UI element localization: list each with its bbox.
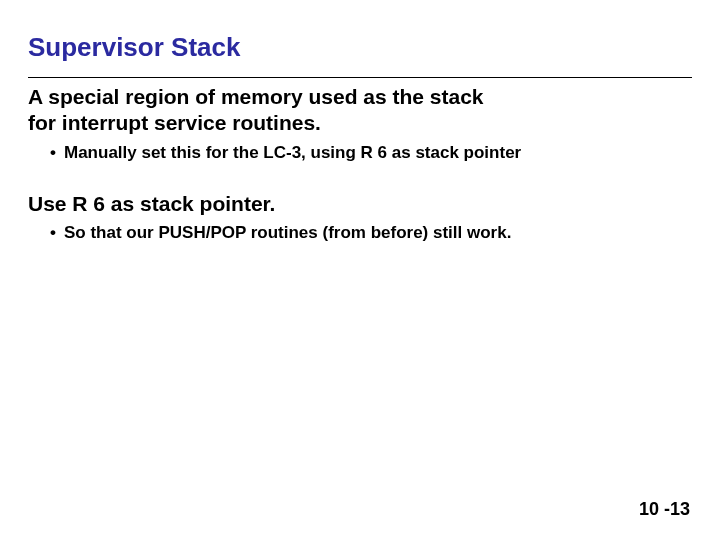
- paragraph-2: Use R 6 as stack pointer.: [28, 191, 692, 217]
- slide: Supervisor Stack A special region of mem…: [0, 0, 720, 540]
- bullet-2: • So that our PUSH/POP routines (from be…: [28, 223, 692, 243]
- slide-title: Supervisor Stack: [28, 32, 692, 63]
- paragraph-1: A special region of memory used as the s…: [28, 84, 692, 137]
- paragraph-1-line-1: A special region of memory used as the s…: [28, 85, 484, 108]
- bullet-dot-icon: •: [50, 223, 64, 243]
- bullet-1-text: Manually set this for the LC-3, using R …: [64, 143, 692, 163]
- bullet-dot-icon: •: [50, 143, 64, 163]
- bullet-2-text: So that our PUSH/POP routines (from befo…: [64, 223, 692, 243]
- page-number: 10 -13: [639, 499, 690, 520]
- paragraph-1-line-2: for interrupt service routines.: [28, 111, 321, 134]
- title-underline: [28, 77, 692, 78]
- bullet-1: • Manually set this for the LC-3, using …: [28, 143, 692, 163]
